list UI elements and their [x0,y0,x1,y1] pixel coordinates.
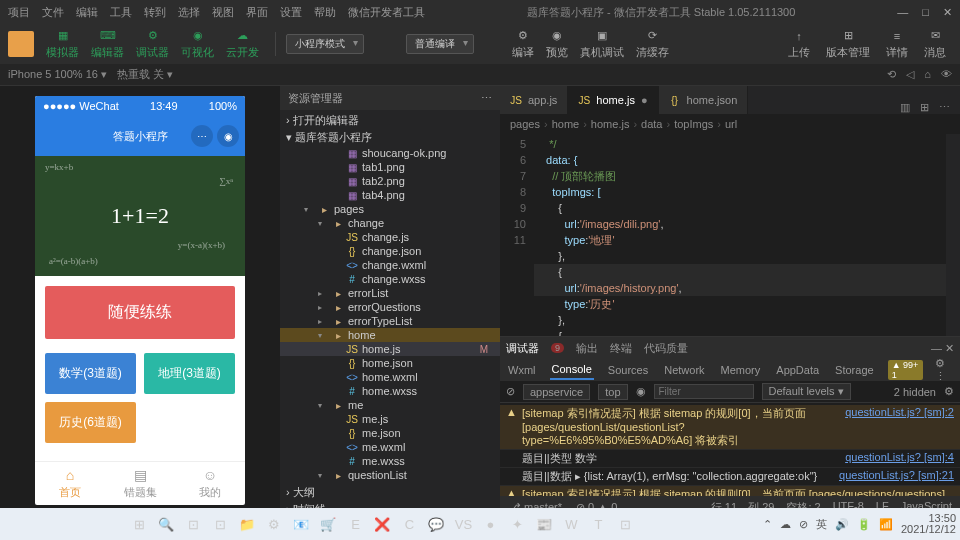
tabbar-item[interactable]: ☺我的 [175,462,245,505]
taskbar-app-icon[interactable]: 📁 [235,512,259,536]
taskbar-app-icon[interactable]: 📧 [289,512,313,536]
tree-item[interactable]: ▸▸errorList [280,286,500,300]
compile-dropdown[interactable]: 普通编译 [406,34,474,54]
taskbar-app-icon[interactable]: 🛒 [316,512,340,536]
tree-item[interactable]: {}home.json [280,356,500,370]
taskbar-clock[interactable]: 13:502021/12/12 [901,513,956,535]
menu-item[interactable]: 界面 [246,5,268,20]
tree-item[interactable]: ▸▸errorTypeList [280,314,500,328]
tree-item[interactable]: ▾▸me [280,398,500,412]
tree-item[interactable]: <>home.wxml [280,370,500,384]
devtools-tab[interactable]: Storage [833,361,876,379]
taskbar-app-icon[interactable]: ⊡ [208,512,232,536]
toolbar-button[interactable]: ⟳清缓存 [630,27,675,62]
tree-item[interactable]: JShome.jsM [280,342,500,356]
toolbar-button[interactable]: ≡详情 [880,27,914,62]
editor-tab[interactable]: JShome.js● [568,86,658,114]
tree-item[interactable]: ▦tab2.png [280,174,500,188]
tree-item[interactable]: <>change.wxml [280,258,500,272]
split-icon[interactable]: ▥ [900,101,910,114]
opened-editors-section[interactable]: › 打开的编辑器 [280,112,500,129]
rotate-icon[interactable]: ⟲ [887,68,896,81]
filter-input[interactable] [654,384,754,399]
tree-item[interactable]: #change.wxss [280,272,500,286]
console-log-line[interactable]: 题目||数据 ▸ {list: Array(1), errMsg: "colle… [500,468,960,486]
menu-item[interactable]: 微信开发者工具 [348,5,425,20]
subject-button[interactable]: 地理(3道题) [144,353,235,394]
capsule-close-icon[interactable]: ◉ [217,125,239,147]
project-root[interactable]: ▾ 题库答题小程序 [280,129,500,146]
eye-icon[interactable]: ◉ [636,385,646,398]
avatar[interactable] [8,31,34,57]
tray-icon[interactable]: 📶 [879,518,893,531]
toolbar-button[interactable]: ⊞版本管理 [820,27,876,62]
tabbar-item[interactable]: ⌂首页 [35,462,105,505]
taskbar-app-icon[interactable]: ⊡ [613,512,637,536]
hidden-label[interactable]: 2 hidden [894,386,936,398]
tree-item[interactable]: JSchange.js [280,230,500,244]
tree-item[interactable]: {}me.json [280,426,500,440]
taskbar-app-icon[interactable]: VS [451,512,475,536]
eye-icon[interactable]: 👁 [941,68,952,81]
taskbar-app-icon[interactable]: ⊡ [181,512,205,536]
layout-icon[interactable]: ⊞ [920,101,929,114]
device-select[interactable]: iPhone 5 100% 16 ▾ [8,68,107,81]
more-icon[interactable]: ⋯ [939,101,950,114]
tabbar-item[interactable]: ▤错题集 [105,462,175,505]
toolbar-button[interactable]: ▣真机调试 [574,27,630,62]
console-log-line[interactable]: 题目||类型 数学questionList.js? [sm]:4 [500,450,960,468]
subject-button[interactable]: 数学(3道题) [45,353,136,394]
clear-icon[interactable]: ⊘ [506,385,515,398]
toolbar-button[interactable]: ▦模拟器 [40,27,85,62]
tree-item[interactable]: #home.wxss [280,384,500,398]
mode-dropdown[interactable]: 小程序模式 [286,34,364,54]
tree-item[interactable]: ▾▸questionList [280,468,500,482]
tray-icon[interactable]: ⊘ [799,518,808,531]
banner-image[interactable]: y=kx+b ∑xⁿ a²=(a-b)(a+b) y=(x-a)(x+b) 1+… [35,156,245,276]
tray-icon[interactable]: 🔊 [835,518,849,531]
toolbar-button[interactable]: ☁云开发 [220,27,265,62]
hot-reload[interactable]: 热重载 关 ▾ [117,67,173,82]
toolbar-button[interactable]: ✉消息 [918,27,952,62]
menu-item[interactable]: 视图 [212,5,234,20]
tree-item[interactable]: #me.wxss [280,454,500,468]
capsule-menu-icon[interactable]: ⋯ [191,125,213,147]
devtools-close-icon[interactable]: — ✕ [931,342,954,355]
output-tab[interactable]: 输出 [576,341,598,356]
toolbar-button[interactable]: ⚙调试器 [130,27,175,62]
taskbar-app-icon[interactable]: W [559,512,583,536]
devtools-tab[interactable]: Memory [719,361,763,379]
levels-dropdown[interactable]: Default levels ▾ [762,383,851,400]
menu-item[interactable]: 项目 [8,5,30,20]
toolbar-button[interactable]: ⚙编译 [506,27,540,62]
tray-icon[interactable]: 🔋 [857,518,871,531]
maximize-icon[interactable]: □ [922,6,929,19]
taskbar-app-icon[interactable]: 🔍 [154,512,178,536]
toolbar-button[interactable]: ⌨编辑器 [85,27,130,62]
tree-item[interactable]: ▦tab1.png [280,160,500,174]
tree-item[interactable]: ▾▸home [280,328,500,342]
console-output[interactable]: ▲[sitemap 索引情况提示] 根据 sitemap 的规则[0]，当前页面… [500,403,960,496]
tray-icon[interactable]: 英 [816,517,827,532]
minimize-icon[interactable]: — [897,6,908,19]
minimap[interactable] [946,134,960,336]
close-icon[interactable]: ✕ [943,6,952,19]
editor-tab[interactable]: JSapp.js [500,86,568,114]
top-dropdown[interactable]: top [598,384,627,400]
tree-item[interactable]: ▦shoucang-ok.png [280,146,500,160]
more-icon[interactable]: ⋯ [481,92,492,105]
toolbar-button[interactable]: ◉预览 [540,27,574,62]
menu-item[interactable]: 设置 [280,5,302,20]
menu-item[interactable]: 工具 [110,5,132,20]
tree-item[interactable]: JSme.js [280,412,500,426]
taskbar-app-icon[interactable]: ⚙ [262,512,286,536]
toolbar-button[interactable]: ◉可视化 [175,27,220,62]
taskbar-app-icon[interactable]: E [343,512,367,536]
devtools-tab[interactable]: Network [662,361,706,379]
outline-section[interactable]: › 大纲 [280,484,500,501]
devtools-tab[interactable]: Sources [606,361,650,379]
tree-item[interactable]: <>me.wxml [280,440,500,454]
tree-item[interactable]: ▾▸pages [280,202,500,216]
taskbar-app-icon[interactable]: ❌ [370,512,394,536]
taskbar-app-icon[interactable]: T [586,512,610,536]
